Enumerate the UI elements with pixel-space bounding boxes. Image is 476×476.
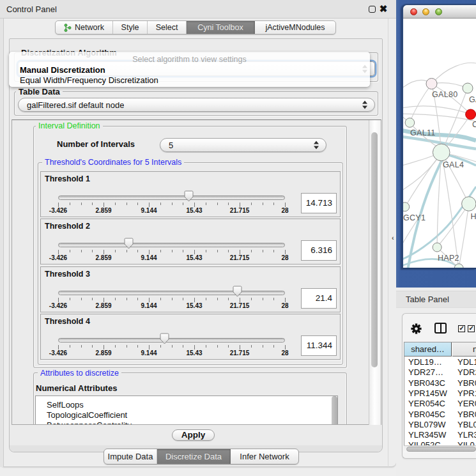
threshold-value-field[interactable]: 11.344 — [301, 335, 337, 356]
tab-style[interactable]: Style — [113, 21, 148, 34]
threshold-label: Threshold 3 — [45, 270, 90, 279]
minor-tick — [263, 250, 263, 252]
network-edge — [410, 84, 432, 123]
slider-track[interactable] — [58, 243, 285, 247]
control-panel-titlebar — [0, 0, 396, 19]
tab-jactivemnodules[interactable]: jActiveMNodules — [255, 21, 335, 34]
top-tab-bar: Network Style Select Cyni Toolbox jActiv… — [55, 20, 336, 35]
major-tick — [104, 250, 104, 254]
major-tick — [149, 250, 150, 254]
network-node[interactable] — [405, 118, 415, 128]
minor-tick — [92, 298, 93, 300]
threshold-value-field[interactable]: 6.316 — [301, 240, 337, 261]
table-row[interactable]: YBL079WYBL0 — [404, 420, 476, 430]
network-node[interactable] — [433, 243, 441, 252]
settings-scrollpane: Interval Definition Number of Intervals … — [12, 119, 381, 425]
table-row[interactable]: YDR27…YDR2 — [404, 367, 476, 378]
horizontal-scrollbar-thumb[interactable] — [406, 447, 476, 452]
splitpane-collapse-icon[interactable]: ‹ — [392, 234, 397, 242]
minor-tick — [251, 203, 252, 205]
minor-tick — [137, 345, 138, 348]
minor-tick — [228, 298, 229, 300]
major-tick — [194, 298, 195, 302]
minor-tick — [172, 250, 173, 252]
network-node[interactable] — [462, 197, 476, 211]
list-item[interactable]: SelfLoops — [47, 400, 84, 410]
table-row[interactable]: YLR345WYLR3 — [404, 430, 476, 440]
network-node[interactable] — [463, 83, 473, 93]
tick-label: 21.715 — [230, 349, 250, 357]
tab-infer-network[interactable]: Infer Network — [231, 449, 298, 464]
minor-tick — [263, 203, 263, 205]
checkbox-icon[interactable] — [458, 325, 465, 332]
minor-tick — [172, 345, 173, 348]
network-node[interactable] — [433, 144, 450, 161]
slider-track[interactable] — [58, 196, 285, 200]
tick-label: 28 — [281, 349, 288, 357]
algorithm-dropdown-popup: Select algorithm to view settings Manual… — [9, 52, 370, 87]
major-tick — [194, 250, 195, 254]
network-node[interactable] — [466, 109, 476, 119]
minor-tick — [263, 345, 263, 348]
minor-tick — [115, 345, 116, 348]
minor-tick — [127, 250, 127, 252]
network-canvas[interactable]: GAL80GAL1CYCGAL11GAL4GCY1HISHAP2 — [403, 19, 476, 269]
columns-icon[interactable] — [434, 323, 447, 334]
network-window-titlebar[interactable] — [403, 5, 476, 19]
slider-thumb[interactable] — [184, 190, 194, 202]
dropdown-option-manual-discretization[interactable]: Manual Discretization — [20, 65, 105, 75]
slider-thumb[interactable] — [160, 333, 169, 344]
tab-select[interactable]: Select — [148, 21, 187, 34]
attributes-scrollbar-thumb[interactable] — [332, 396, 337, 425]
float-window-icon[interactable] — [369, 6, 376, 13]
tab-impute-data[interactable]: Impute Data — [104, 449, 157, 464]
table-row[interactable]: YBR045CYBR0 — [404, 410, 476, 420]
number-of-intervals-combobox[interactable]: 5 — [160, 138, 326, 152]
list-item[interactable]: TopologicalCoefficient — [47, 410, 127, 420]
tab-discretize-data[interactable]: Discretize Data — [157, 449, 231, 464]
major-tick — [149, 345, 150, 349]
network-edge — [432, 63, 476, 84]
numerical-attributes-list[interactable]: SelfLoops TopologicalCoefficient Between… — [35, 395, 338, 425]
tab-cyni-toolbox[interactable]: Cyni Toolbox — [187, 21, 255, 34]
close-traffic-light-icon[interactable] — [410, 8, 418, 16]
minor-tick — [115, 298, 116, 300]
network-node[interactable] — [426, 79, 437, 89]
apply-button[interactable]: Apply — [172, 429, 215, 441]
table-data-combobox[interactable]: galFiltered.sif default node — [18, 98, 375, 112]
gear-icon[interactable] — [411, 323, 422, 334]
table-row[interactable]: YPR145WYPR1 — [404, 388, 476, 399]
network-node[interactable] — [403, 203, 410, 211]
slider-thumb[interactable] — [233, 286, 242, 297]
threshold-value-field[interactable]: 21.4 — [301, 288, 337, 309]
network-node-label: GCY1 — [403, 213, 426, 222]
tick-label: 28 — [281, 302, 288, 309]
table-data-label: Table Data — [16, 87, 63, 96]
minor-tick — [160, 203, 161, 205]
dropdown-option-equal-width[interactable]: Equal Width/Frequency Discretization — [20, 75, 158, 85]
tick-label: 9.144 — [141, 207, 157, 214]
network-icon — [64, 24, 72, 32]
checkbox-icon[interactable] — [468, 325, 475, 332]
column-header-shared-name[interactable]: shared… — [404, 342, 452, 357]
tick-label: 9.144 — [141, 349, 157, 357]
slider-track[interactable] — [58, 291, 285, 295]
tick-label: 21.715 — [230, 254, 250, 261]
zoom-traffic-light-icon[interactable] — [435, 8, 443, 16]
combo-arrows-icon — [362, 101, 367, 109]
table-row[interactable]: YER054CYER0 — [404, 399, 476, 409]
minimize-traffic-light-icon[interactable] — [422, 8, 430, 16]
slider-thumb[interactable] — [124, 238, 134, 249]
table-row[interactable]: YDL19…YDL1 — [404, 357, 476, 367]
close-icon[interactable]: ✖ — [378, 1, 388, 17]
vertical-scrollbar-thumb[interactable] — [371, 132, 378, 367]
column-header-name[interactable]: n — [452, 342, 476, 357]
minor-tick — [92, 203, 93, 205]
tab-network[interactable]: Network — [56, 21, 113, 34]
network-edge — [441, 153, 459, 268]
table-row[interactable]: YBR043CYBR0 — [404, 378, 476, 388]
table-header: shared… n — [404, 342, 476, 357]
threshold-value-field[interactable]: 14.713 — [301, 193, 337, 213]
slider-track[interactable] — [58, 338, 285, 342]
list-item[interactable]: BetweennessCentrality — [47, 420, 132, 425]
